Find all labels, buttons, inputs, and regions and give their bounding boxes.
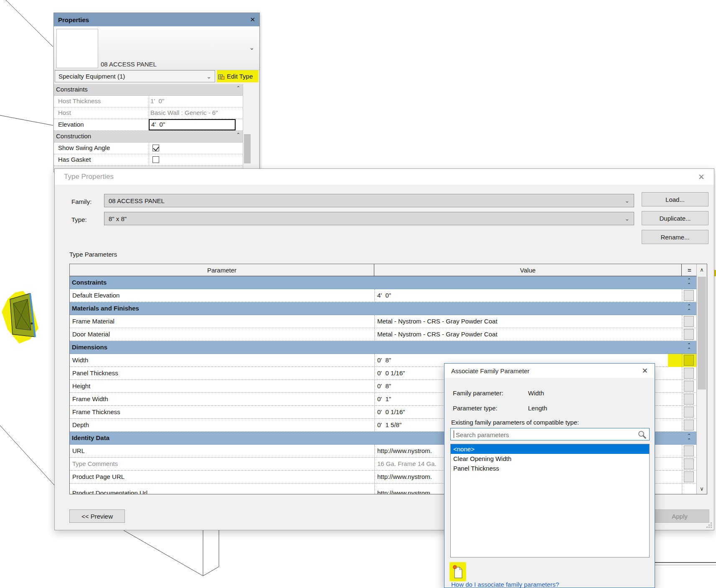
associate-parameter-button[interactable] bbox=[684, 368, 694, 379]
table-scrollbar[interactable]: ∧ ∨ bbox=[696, 264, 707, 494]
list-item-clear-opening-width[interactable]: Clear Opening Width bbox=[451, 454, 649, 463]
properties-scrollbar[interactable] bbox=[243, 84, 251, 171]
category-filter-combobox[interactable]: Specialty Equipment (1) ⌄ bbox=[55, 70, 215, 82]
property-row-has-gasket[interactable]: Has Gasket bbox=[54, 154, 243, 166]
properties-section-row[interactable]: Constraints ⌃ bbox=[54, 84, 243, 96]
associate-parameter-button[interactable] bbox=[684, 445, 694, 456]
type-label: Type: bbox=[71, 216, 87, 223]
access-panel-3d-highlighted[interactable] bbox=[0, 288, 46, 351]
column-header-parameter[interactable]: Parameter bbox=[70, 264, 374, 276]
elevation-input[interactable]: 4' 0" bbox=[149, 119, 236, 130]
properties-title: Properties bbox=[58, 16, 250, 23]
category-filter-value: Specialty Equipment (1) bbox=[58, 73, 206, 80]
associate-parameter-button[interactable] bbox=[684, 458, 694, 469]
collapse-icon[interactable]: ⌃⌃ bbox=[687, 433, 691, 443]
text-cursor bbox=[454, 430, 454, 438]
type-selector-dropdown-icon[interactable]: ⌄ bbox=[249, 44, 254, 51]
family-combobox[interactable]: 08 ACCESS PANEL ⌄ bbox=[104, 194, 634, 207]
type-combobox[interactable]: 8" x 8" ⌄ bbox=[104, 212, 634, 225]
list-item-panel-thickness[interactable]: Panel Thickness bbox=[451, 463, 649, 473]
family-parameter-label: Family parameter: bbox=[453, 389, 503, 397]
family-value: 08 ACCESS PANEL bbox=[109, 197, 625, 204]
help-link[interactable]: How do I associate family parameters? bbox=[451, 581, 559, 588]
table-section-row[interactable]: Materials and Finishes ⌃⌃ bbox=[70, 302, 707, 315]
associate-parameter-button[interactable] bbox=[684, 290, 694, 301]
has-gasket-checkbox[interactable] bbox=[152, 156, 159, 163]
property-row-host-thickness[interactable]: Host Thickness 1' 0" bbox=[54, 96, 243, 107]
new-parameter-icon bbox=[452, 565, 464, 579]
preview-button[interactable]: << Preview bbox=[69, 509, 125, 523]
associate-parameter-button[interactable] bbox=[684, 420, 694, 430]
new-parameter-button-highlighted[interactable] bbox=[449, 562, 466, 581]
family-label: Family: bbox=[71, 198, 91, 205]
table-header: Parameter Value = bbox=[70, 264, 707, 276]
edit-type-icon bbox=[218, 73, 225, 80]
chevron-down-icon: ⌄ bbox=[206, 73, 211, 80]
properties-titlebar[interactable]: Properties ✕ bbox=[54, 13, 259, 26]
collapse-icon[interactable]: ⌃⌃ bbox=[687, 343, 691, 352]
table-section-row[interactable]: Constraints ⌃⌃ bbox=[70, 276, 707, 289]
family-parameter-value: Width bbox=[528, 389, 544, 397]
associate-parameter-button-highlighted[interactable] bbox=[684, 355, 694, 366]
associate-family-parameter-dialog: Associate Family Parameter ✕ Family para… bbox=[444, 363, 655, 588]
properties-grid: Constraints ⌃ Host Thickness 1' 0" Host … bbox=[54, 84, 243, 166]
edit-type-label: Edit Type bbox=[227, 73, 253, 80]
associate-parameter-button[interactable] bbox=[684, 471, 694, 482]
close-icon[interactable]: ✕ bbox=[250, 16, 255, 23]
table-row[interactable]: Frame Material Metal - Nystrom - CRS - G… bbox=[70, 315, 707, 328]
type-preview-area[interactable]: 08 ACCESS PANEL 8" x 8" ⌄ bbox=[54, 26, 259, 70]
collapse-icon[interactable]: ⌃ bbox=[236, 132, 240, 137]
dialog-title: Type Properties bbox=[64, 173, 698, 181]
show-swing-angle-checkbox[interactable] bbox=[152, 145, 159, 151]
duplicate-button[interactable]: Duplicate... bbox=[642, 211, 708, 225]
parameter-type-value: Length bbox=[528, 405, 547, 412]
chevron-down-icon: ⌄ bbox=[625, 197, 630, 204]
list-item-none[interactable]: <none> bbox=[451, 444, 649, 454]
associate-parameter-button[interactable] bbox=[684, 329, 694, 340]
close-icon[interactable]: ✕ bbox=[698, 172, 705, 182]
column-header-value[interactable]: Value bbox=[374, 264, 682, 276]
associate-parameter-button[interactable] bbox=[684, 316, 694, 327]
associate-parameter-button[interactable] bbox=[684, 381, 694, 392]
type-thumbnail bbox=[56, 29, 98, 68]
table-section-row[interactable]: Dimensions ⌃⌃ bbox=[70, 341, 707, 354]
property-row-show-swing-angle[interactable]: Show Swing Angle bbox=[54, 143, 243, 154]
table-row[interactable]: Default Elevation 4' 0" bbox=[70, 289, 707, 302]
existing-parameters-label: Existing family parameters of compatible… bbox=[451, 419, 579, 426]
type-family-name: 08 ACCESS PANEL bbox=[101, 59, 157, 70]
search-icon[interactable] bbox=[637, 430, 647, 439]
column-header-associate[interactable]: = bbox=[682, 264, 698, 276]
chevron-down-icon: ⌄ bbox=[625, 215, 630, 222]
search-input[interactable] bbox=[455, 430, 632, 440]
parameter-type-label: Parameter type: bbox=[453, 405, 498, 412]
property-row-host[interactable]: Host Basic Wall : Generic - 6" bbox=[54, 107, 243, 119]
associate-parameter-button[interactable] bbox=[684, 407, 694, 417]
scroll-down-icon[interactable]: ∨ bbox=[697, 483, 707, 494]
collapse-icon[interactable]: ⌃⌃ bbox=[687, 278, 691, 287]
scrollbar-thumb[interactable] bbox=[698, 277, 706, 389]
search-parameters-box[interactable] bbox=[450, 428, 650, 440]
revit-screen: { "icons": { "close": "✕", "chevron": "⌄… bbox=[0, 0, 716, 588]
rename-button[interactable]: Rename... bbox=[642, 230, 708, 244]
load-button[interactable]: Load... bbox=[642, 192, 708, 206]
associate-parameter-button[interactable] bbox=[684, 394, 694, 405]
scrollbar-thumb[interactable] bbox=[244, 134, 251, 163]
apply-button[interactable]: Apply bbox=[650, 509, 709, 523]
table-row[interactable]: Door Material Metal - Nystrom - CRS - Gr… bbox=[70, 328, 707, 341]
collapse-icon[interactable]: ⌃⌃ bbox=[687, 304, 691, 313]
close-icon[interactable]: ✕ bbox=[642, 367, 648, 375]
properties-section-row[interactable]: Construction ⌃ bbox=[54, 131, 243, 143]
type-value: 8" x 8" bbox=[109, 215, 625, 222]
resize-grip[interactable] bbox=[707, 523, 712, 528]
collapse-icon[interactable]: ⌃ bbox=[236, 85, 240, 91]
property-row-elevation[interactable]: Elevation 4' 0" bbox=[54, 119, 243, 131]
scroll-up-icon[interactable]: ∧ bbox=[697, 264, 707, 275]
type-properties-titlebar[interactable]: Type Properties ✕ bbox=[55, 169, 714, 185]
edit-type-button[interactable]: Edit Type bbox=[217, 70, 259, 82]
parameter-list[interactable]: <none> Clear Opening Width Panel Thickne… bbox=[450, 444, 650, 557]
type-parameters-label: Type Parameters bbox=[69, 251, 117, 258]
dialog-title: Associate Family Parameter bbox=[451, 367, 642, 374]
associate-titlebar[interactable]: Associate Family Parameter ✕ bbox=[444, 364, 655, 378]
properties-palette: Properties ✕ 08 ACCESS PANEL 8" x 8" ⌄ S… bbox=[53, 13, 260, 172]
